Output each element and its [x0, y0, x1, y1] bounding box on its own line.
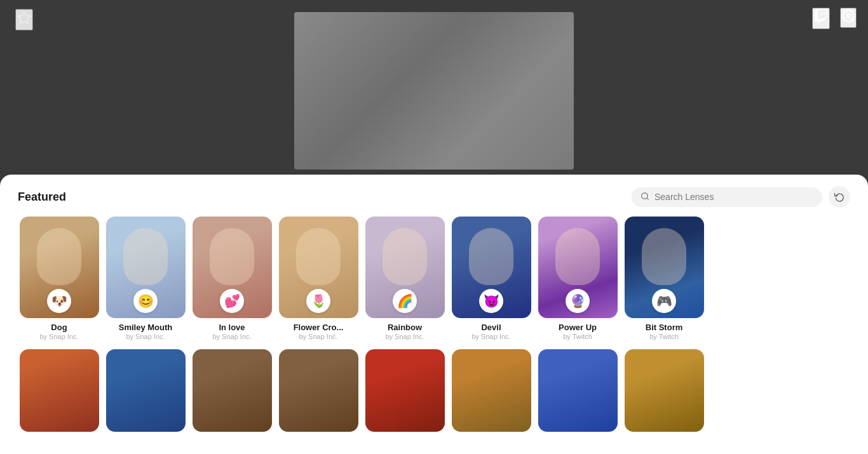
lens-item-row2-r8[interactable]	[623, 349, 705, 432]
panel-header: Featured	[0, 175, 868, 217]
lens-thumb2-r8	[625, 349, 704, 432]
lens-item-power-up[interactable]: 🔮 Power Up by Twitch	[536, 217, 619, 340]
lens-name-in-love: In love	[219, 323, 245, 332]
lens-badge-rainbow: 🌈	[393, 289, 417, 313]
lens-item-flower-crown[interactable]: 🌷 Flower Cro... by Snap Inc.	[277, 217, 360, 340]
lens-thumb-flower-crown: 🌷	[279, 217, 358, 318]
svg-marker-0	[18, 11, 31, 23]
lens-badge-dog: 🐶	[47, 289, 71, 313]
search-input[interactable]	[654, 192, 813, 202]
lens-thumb2-r7	[538, 349, 618, 432]
lens-thumb-power-up: 🔮	[538, 217, 618, 318]
lens-badge-flower-crown: 🌷	[306, 289, 330, 313]
lens-author-rainbow: by Snap Inc.	[385, 333, 424, 340]
twitch-button[interactable]	[812, 8, 830, 29]
lens-item-in-love[interactable]: 💕 In love by Snap Inc.	[191, 217, 273, 340]
lens-item-row2-r6[interactable]	[450, 349, 532, 432]
svg-point-1	[846, 14, 850, 18]
featured-lenses-row2	[0, 340, 868, 432]
lens-author-power-up: by Twitch	[563, 333, 592, 340]
settings-button[interactable]	[840, 8, 857, 28]
lens-thumb-dog: 🐶	[20, 217, 99, 318]
lens-badge-bit-storm: 🎮	[652, 289, 676, 313]
lens-item-bit-storm[interactable]: 🎮 Bit Storm by Twitch	[623, 217, 705, 340]
lens-item-row2-r2[interactable]	[104, 349, 187, 432]
lens-thumb-devil: 😈	[452, 217, 531, 318]
lens-item-smiley-mouth[interactable]: 😊 Smiley Mouth by Snap Inc.	[104, 217, 187, 340]
lens-author-flower-crown: by Snap Inc.	[299, 333, 337, 340]
history-button[interactable]	[829, 186, 850, 208]
lens-thumb-rainbow: 🌈	[365, 217, 445, 318]
lens-name-dog: Dog	[51, 323, 67, 332]
lens-author-smiley-mouth: by Snap Inc.	[126, 333, 165, 340]
lens-name-power-up: Power Up	[559, 323, 597, 332]
lens-badge-devil: 😈	[479, 289, 503, 313]
lens-name-devil: Devil	[481, 323, 501, 332]
bottom-panel: Featured 🐶 Dog by	[0, 175, 868, 454]
svg-line-3	[647, 197, 649, 199]
camera-preview	[294, 12, 574, 170]
lens-thumb2-r4	[279, 349, 358, 432]
lens-item-dog[interactable]: 🐶 Dog by Snap Inc.	[18, 217, 100, 340]
lens-item-devil[interactable]: 😈 Devil by Snap Inc.	[450, 217, 532, 340]
lens-thumb2-r1	[20, 349, 99, 432]
search-icon	[641, 192, 649, 203]
lens-badge-power-up: 🔮	[566, 289, 590, 313]
lens-name-bit-storm: Bit Storm	[646, 323, 683, 332]
lens-thumb-in-love: 💕	[193, 217, 272, 318]
top-area	[0, 0, 868, 175]
lens-author-dog: by Snap Inc.	[39, 333, 78, 340]
lens-author-in-love: by Snap Inc.	[212, 333, 251, 340]
lens-item-row2-r3[interactable]	[191, 349, 273, 432]
search-bar[interactable]	[632, 187, 822, 207]
lens-item-row2-r1[interactable]	[18, 349, 100, 432]
lens-badge-smiley-mouth: 😊	[133, 289, 158, 313]
lens-item-row2-r5[interactable]	[363, 349, 446, 432]
featured-lenses-row1: 🐶 Dog by Snap Inc. 😊 Smiley Mouth by Sna…	[0, 217, 868, 340]
search-area	[632, 186, 850, 208]
lens-thumb2-r6	[452, 349, 531, 432]
lens-thumb2-r3	[193, 349, 272, 432]
lens-name-smiley-mouth: Smiley Mouth	[119, 323, 173, 332]
lens-author-bit-storm: by Twitch	[649, 333, 679, 340]
lens-badge-in-love: 💕	[220, 289, 244, 313]
favorites-button[interactable]	[15, 9, 33, 30]
lens-item-rainbow[interactable]: 🌈 Rainbow by Snap Inc.	[363, 217, 446, 340]
lens-thumb-smiley-mouth: 😊	[106, 217, 186, 318]
lens-author-devil: by Snap Inc.	[471, 333, 510, 340]
lens-name-rainbow: Rainbow	[388, 323, 422, 332]
featured-label: Featured	[18, 190, 66, 204]
lens-name-flower-crown: Flower Cro...	[294, 323, 344, 332]
lens-thumb2-r2	[106, 349, 186, 432]
lens-thumb-bit-storm: 🎮	[625, 217, 704, 318]
lens-thumb2-r5	[365, 349, 445, 432]
lens-item-row2-r7[interactable]	[536, 349, 619, 432]
lens-item-row2-r4[interactable]	[277, 349, 360, 432]
